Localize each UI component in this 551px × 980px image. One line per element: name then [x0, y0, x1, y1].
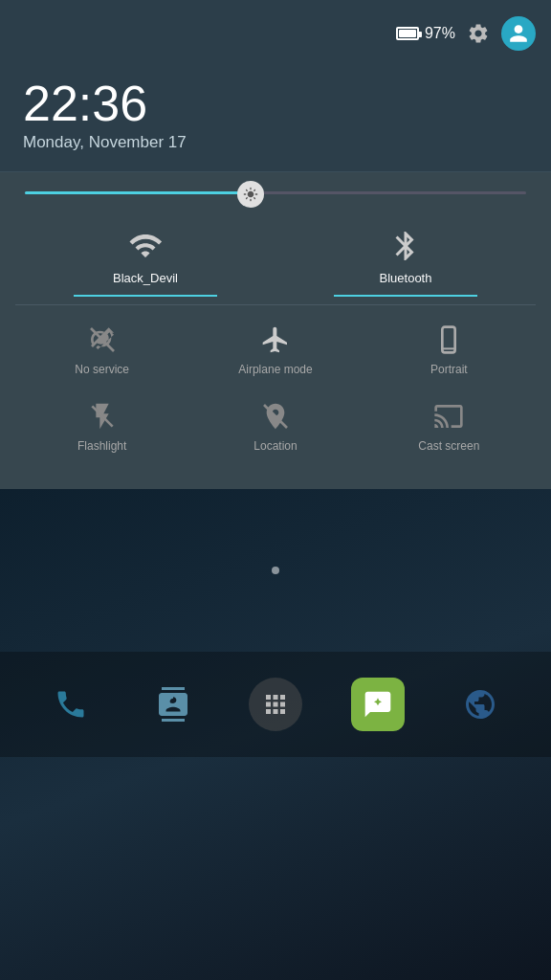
avatar[interactable] — [501, 16, 536, 51]
brightness-thumb[interactable] — [237, 181, 264, 208]
portrait-icon — [433, 324, 464, 355]
toggle-bluetooth[interactable]: Bluetooth — [334, 217, 477, 297]
location-icon — [260, 401, 291, 432]
dock-browser[interactable] — [453, 678, 507, 731]
date-display: Monday, November 17 — [23, 133, 528, 152]
toggle-wifi[interactable]: Black_Devil — [74, 217, 217, 297]
dock-contacts[interactable] — [146, 678, 200, 731]
status-bar: 97% — [0, 0, 551, 67]
settings-icon[interactable] — [467, 22, 490, 45]
brightness-fill — [25, 191, 251, 194]
portrait-label: Portrait — [430, 363, 468, 376]
toggle-location[interactable]: Location — [223, 390, 328, 462]
toggle-airplane[interactable]: Airplane mode — [223, 313, 328, 386]
no-service-icon — [87, 324, 118, 355]
brightness-slider-track[interactable] — [25, 191, 526, 194]
toggle-row-3: Flashlight Location Cast screen — [15, 390, 536, 462]
flashlight-icon — [87, 401, 118, 432]
dock-apps[interactable] — [249, 678, 302, 731]
toggle-row-1: Black_Devil Bluetooth — [15, 217, 536, 297]
toggle-cast[interactable]: Cast screen — [396, 390, 501, 462]
bluetooth-label: Bluetooth — [380, 271, 432, 285]
cast-label: Cast screen — [418, 439, 479, 453]
time-panel: 22:36 Monday, November 17 — [0, 67, 551, 172]
toggle-no-service[interactable]: No service — [50, 313, 155, 386]
toggle-flashlight[interactable]: Flashlight — [50, 390, 155, 462]
battery-icon — [396, 27, 419, 40]
divider-1 — [15, 304, 536, 305]
battery-percent: 97% — [425, 25, 455, 42]
dock-messaging[interactable] — [351, 678, 405, 731]
brightness-control[interactable] — [15, 191, 536, 194]
dock-phone[interactable] — [44, 678, 98, 731]
page-indicator-dot — [272, 567, 279, 574]
time-display: 22:36 — [23, 77, 528, 131]
bluetooth-icon — [388, 229, 423, 263]
wifi-icon — [128, 229, 163, 263]
flashlight-label: Flashlight — [77, 439, 126, 453]
battery-indicator: 97% — [396, 25, 455, 42]
location-label: Location — [253, 439, 297, 453]
cast-icon — [433, 401, 464, 432]
home-area — [0, 489, 551, 652]
airplane-icon — [260, 324, 291, 355]
app-dock — [0, 652, 551, 757]
toggle-row-2: No service Airplane mode Portrait — [15, 313, 536, 386]
wifi-label: Black_Devil — [113, 271, 178, 285]
quick-settings-panel: Black_Devil Bluetooth No service — [0, 172, 551, 489]
no-service-label: No service — [75, 363, 129, 376]
airplane-label: Airplane mode — [238, 363, 312, 376]
toggle-portrait[interactable]: Portrait — [396, 313, 501, 386]
